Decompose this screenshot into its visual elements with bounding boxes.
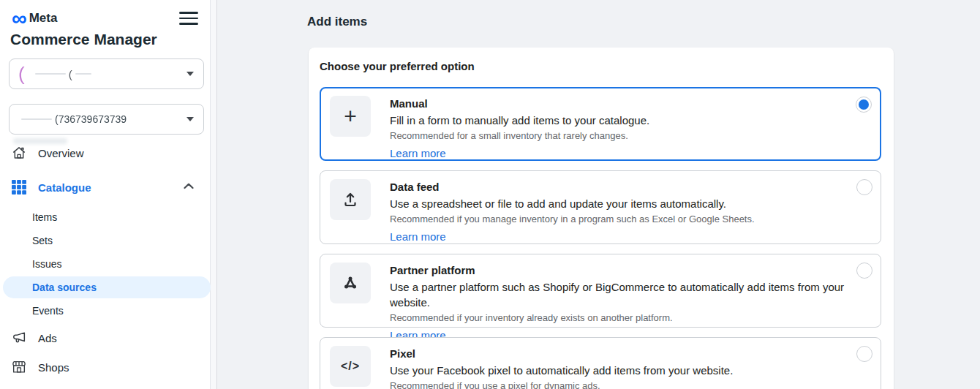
option-recommendation: Recommended for a small inventory that r… [390,129,649,142]
catalogue-selector-value: (736739673739 [55,113,127,125]
radio-pixel[interactable] [856,346,872,362]
option-text: Manual Fill in a form to manually add it… [390,96,649,161]
storefront-icon [10,358,28,376]
commerce-manager-app: ∞ Meta Commerce Manager ( ( (73673967373… [0,0,980,389]
option-description: Use a spreadsheet or file to add and upd… [390,196,755,211]
connected-nodes-icon [330,263,371,303]
meta-infinity-icon: ∞ [12,11,26,26]
app-title: Commerce Manager [10,31,157,48]
option-title: Pixel [390,347,733,361]
option-recommendation: Recommended if you manage inventory in a… [390,213,755,225]
plus-icon: + [330,96,371,137]
option-title: Data feed [390,180,755,194]
sidebar-item-catalogue[interactable]: Catalogue [0,177,210,197]
redacted-text-bar [35,73,66,75]
redacted-text-bar [75,73,91,75]
option-description: Use your Facebook pixel to automatically… [390,363,733,378]
main-content: Add items Choose your preferred option +… [217,0,980,389]
card-title: Choose your preferred option [320,60,475,72]
menu-hamburger-icon[interactable] [179,12,198,25]
learn-more-link[interactable]: Learn more [390,146,649,161]
code-icon: </> [330,346,371,387]
redacted-avatar: ( [18,64,25,83]
sidebar-item-label: Catalogue [38,181,91,194]
sidebar: ∞ Meta Commerce Manager ( ( (73673967373… [0,0,210,389]
option-recommendation: Recommended if your inventory already ex… [390,311,871,324]
page-title: Add items [307,15,367,29]
sidebar-item-label: Shops [38,361,69,374]
option-description: Fill in a form to manually add items to … [390,113,649,128]
megaphone-icon [10,329,28,347]
sidebar-header: ∞ Meta [12,9,198,28]
radio-data-feed[interactable] [856,179,872,195]
sidebar-item-label: Items [32,211,57,223]
option-partner-platform[interactable]: Partner platform Use a partner platform … [320,254,881,328]
caret-down-icon [186,72,194,76]
sidebar-item-label: Ads [38,332,57,344]
sidebar-scrollbar[interactable] [210,0,217,389]
sidebar-item-label: Issues [32,258,61,270]
learn-more-link[interactable]: Learn more [390,230,755,244]
sidebar-item-label: Overview [38,147,84,159]
option-title: Partner platform [390,263,871,278]
sidebar-item-sets[interactable]: Sets [0,230,210,251]
sidebar-item-events[interactable]: Events [0,301,210,321]
redacted-text-bar [21,118,52,120]
add-items-card: Choose your preferred option + Manual Fi… [309,48,894,389]
radio-manual[interactable] [856,97,872,113]
grid-icon [10,178,28,196]
option-pixel[interactable]: </> Pixel Use your Facebook pixel to aut… [320,337,881,389]
business-account-selector[interactable]: ( ( [9,58,204,89]
meta-logo: ∞ Meta [12,11,57,26]
home-icon [10,144,28,162]
radio-partner-platform[interactable] [856,263,872,279]
sidebar-item-data-sources[interactable]: Data sources [3,276,211,298]
option-text: Pixel Use your Facebook pixel to automat… [390,346,733,389]
chevron-up-icon[interactable] [184,183,194,189]
meta-logo-text: Meta [29,11,58,26]
option-description: Use a partner platform such as Shopify o… [390,279,871,310]
option-title: Manual [390,97,649,111]
upload-icon [330,179,371,220]
catalogue-selector[interactable]: (736739673739 [9,104,204,135]
option-manual[interactable]: + Manual Fill in a form to manually add … [320,87,881,161]
sidebar-item-issues[interactable]: Issues [0,254,210,274]
option-data-feed[interactable]: Data feed Use a spreadsheet or file to a… [320,170,881,244]
sidebar-item-shops[interactable]: Shops [0,356,210,378]
sidebar-item-label: Events [32,305,64,317]
caret-down-icon [186,117,194,121]
option-text: Data feed Use a spreadsheet or file to a… [390,179,755,244]
sidebar-item-items[interactable]: Items [0,207,210,227]
option-text: Partner platform Use a partner platform … [390,263,871,343]
sidebar-item-label: Sets [32,235,53,246]
sidebar-item-label: Data sources [32,282,97,293]
sidebar-item-ads[interactable]: Ads [0,328,210,348]
option-recommendation: Recommended if you use a pixel for dynam… [390,379,733,389]
redacted-glyph: ( [69,68,72,80]
sidebar-item-overview[interactable]: Overview [0,143,210,163]
